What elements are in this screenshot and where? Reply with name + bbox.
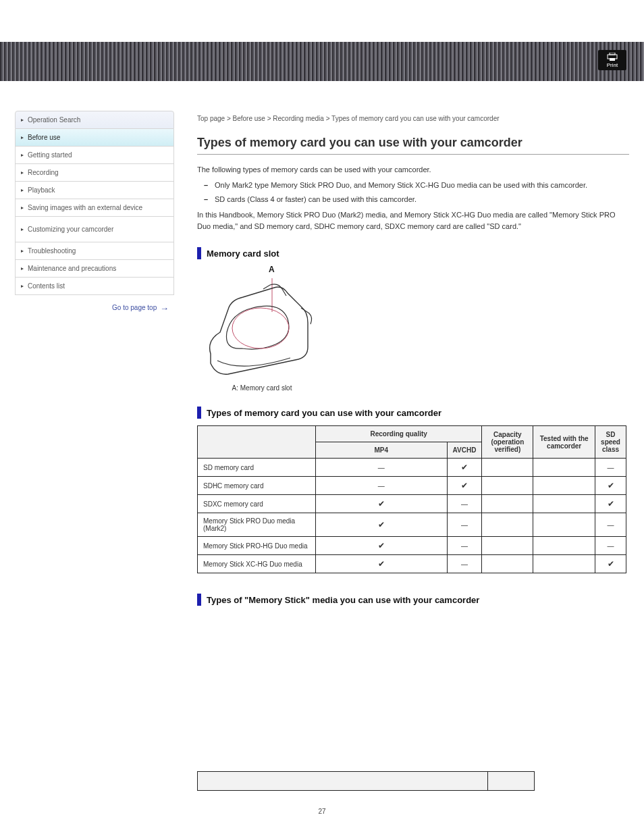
footer-th-1 bbox=[488, 772, 535, 791]
chevron-right-icon: ▸ bbox=[21, 117, 24, 124]
table-row: Memory Stick PRO-HG Duo media bbox=[198, 537, 626, 555]
chevron-right-icon: ▸ bbox=[21, 248, 24, 255]
intro-b2: SD cards (Class 4 or faster) can be used… bbox=[215, 194, 417, 205]
sidebar-item-label: Getting started bbox=[28, 151, 72, 159]
section-bar bbox=[197, 594, 201, 606]
memory-card-table: Recording quality Capacity (operation ve… bbox=[197, 425, 626, 573]
sidebar-item-4[interactable]: ▸Playback bbox=[15, 182, 174, 199]
go-to-top-label: Go to page top bbox=[112, 304, 157, 311]
svg-rect-2 bbox=[610, 58, 615, 61]
section-bar bbox=[197, 407, 201, 419]
camcorder-sketch bbox=[201, 274, 323, 382]
print-button[interactable]: Print bbox=[598, 50, 626, 70]
section-heading-text: Memory card slot bbox=[207, 249, 279, 259]
th-class: SD speed class bbox=[595, 426, 626, 459]
th-capacity: Capacity (operation verified) bbox=[482, 426, 533, 459]
chevron-right-icon: ▸ bbox=[21, 134, 24, 141]
table-body: SD memory card SDHC memory card SDXC mem… bbox=[198, 459, 626, 573]
main-content: Top page > Before use > Recording media … bbox=[197, 115, 629, 611]
sidebar-item-9[interactable]: ▸Contents list bbox=[15, 278, 174, 295]
section-slot-heading: Memory card slot bbox=[197, 247, 629, 259]
sidebar-item-5[interactable]: ▸Saving images with an external device bbox=[15, 199, 174, 217]
table-row: SDXC memory card bbox=[198, 495, 626, 513]
sidebar-item-label: Operation Search bbox=[28, 115, 80, 124]
chevron-right-icon: ▸ bbox=[21, 187, 24, 194]
table-row: Memory Stick PRO Duo media (Mark2) bbox=[198, 513, 626, 537]
title-rule bbox=[197, 154, 629, 155]
table-row: SD memory card bbox=[198, 459, 626, 477]
th-tested: Tested with the camcorder bbox=[533, 426, 595, 459]
sidebar-item-8[interactable]: ▸Maintenance and precautions bbox=[15, 260, 174, 278]
footer-table-stub bbox=[197, 771, 535, 791]
svg-rect-1 bbox=[610, 53, 615, 55]
section-heading-text: Types of memory card you can use with yo… bbox=[207, 408, 441, 418]
th-avchd: AVCHD bbox=[447, 442, 482, 459]
dash-bullet: – bbox=[204, 180, 209, 191]
go-to-top-link[interactable]: Go to page top → bbox=[15, 303, 174, 313]
sidebar-item-label: Saving images with an external device bbox=[28, 203, 142, 212]
th-recording: Recording quality bbox=[315, 426, 481, 442]
th-blank bbox=[198, 426, 316, 459]
print-label: Print bbox=[607, 62, 618, 68]
chevron-right-icon: ▸ bbox=[21, 226, 24, 233]
chevron-right-icon: ▸ bbox=[21, 283, 24, 290]
intro-b1: Only Mark2 type Memory Stick PRO Duo, an… bbox=[215, 180, 587, 191]
sidebar-item-2[interactable]: ▸Getting started bbox=[15, 147, 174, 164]
sidebar-item-label: Before use bbox=[28, 133, 60, 142]
section-heading-text: Types of "Memory Stick" media you can us… bbox=[207, 595, 479, 605]
page-number: 27 bbox=[0, 808, 644, 815]
th-mp4: MP4 bbox=[315, 442, 447, 459]
callout-label-A: A bbox=[269, 265, 629, 274]
chevron-right-icon: ▸ bbox=[21, 265, 24, 272]
section-bar bbox=[197, 247, 201, 259]
sidebar-item-label: Contents list bbox=[28, 282, 65, 290]
chevron-right-icon: ▸ bbox=[21, 170, 24, 176]
sidebar-item-7[interactable]: ▸Troubleshooting bbox=[15, 242, 174, 260]
sidebar-item-label: Customizing your camcorder bbox=[28, 225, 113, 234]
intro-p1: The following types of memory cards can … bbox=[197, 164, 629, 176]
intro-text: The following types of memory cards can … bbox=[197, 164, 629, 232]
sidebar: ▸Operation Search ▸Before use ▸Getting s… bbox=[15, 111, 174, 313]
sidebar-item-label: Maintenance and precautions bbox=[28, 264, 116, 273]
chevron-right-icon: ▸ bbox=[21, 205, 24, 211]
header-band: Print bbox=[0, 42, 644, 81]
sidebar-item-3[interactable]: ▸Recording bbox=[15, 164, 174, 182]
arrow-right-icon: → bbox=[160, 303, 169, 313]
intro-p2: In this Handbook, Memory Stick PRO Duo (… bbox=[197, 209, 629, 232]
sidebar-item-0[interactable]: ▸Operation Search bbox=[15, 111, 174, 129]
sidebar-item-1[interactable]: ▸Before use bbox=[15, 129, 174, 147]
table-row: Memory Stick XC-HG Duo media bbox=[198, 555, 626, 573]
svg-point-4 bbox=[232, 308, 289, 348]
page-title: Types of memory card you can use with yo… bbox=[197, 136, 629, 150]
sidebar-item-label: Playback bbox=[28, 186, 55, 194]
section-table2-heading: Types of "Memory Stick" media you can us… bbox=[197, 594, 629, 606]
section-table1-heading: Types of memory card you can use with yo… bbox=[197, 407, 629, 419]
footer-th-0 bbox=[198, 772, 488, 791]
dash-bullet: – bbox=[204, 194, 209, 205]
chevron-right-icon: ▸ bbox=[21, 152, 24, 159]
sidebar-item-label: Recording bbox=[28, 168, 59, 177]
breadcrumb: Top page > Before use > Recording media … bbox=[197, 115, 629, 122]
printer-icon bbox=[607, 53, 618, 61]
sidebar-item-6[interactable]: ▸Customizing your camcorder bbox=[15, 217, 174, 242]
slot-caption: A: Memory card slot bbox=[201, 384, 323, 392]
product-illustration: A A: Memory card slot bbox=[201, 265, 629, 392]
sidebar-item-label: Troubleshooting bbox=[28, 246, 76, 255]
table-row: SDHC memory card bbox=[198, 477, 626, 495]
